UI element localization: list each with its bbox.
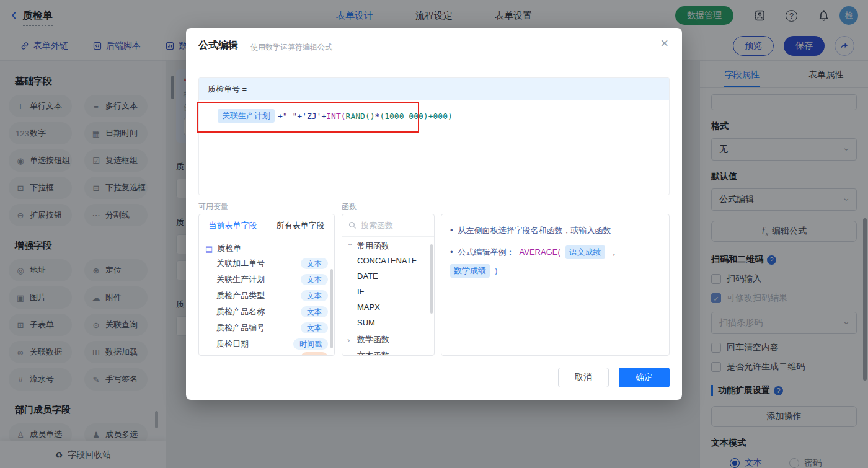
function-item[interactable]: CONCATENATE [342,253,434,268]
functions-panel: › 常用函数 CONCATENATE DATE IF MAPX SUM › 数学… [342,214,435,356]
formula-editor-modal: 公式编辑 使用数学运算符编辑公式 × 质检单号 = 关联生产计划 +"-"+'Z… [186,28,682,400]
search-icon [348,221,356,229]
tab-all-form-fields[interactable]: 所有表单字段 [267,220,334,231]
function-list: CONCATENATE DATE IF MAPX SUM [342,253,434,330]
variable-row[interactable]: 质检产品类型 文本 [199,288,334,304]
confirm-button[interactable]: 确定 [619,368,670,387]
formula-token: +"-"+'ZJ'+ [278,112,326,121]
function-group-text[interactable]: › 文本函数 [342,347,434,356]
chevron-down-icon: › [346,243,355,249]
tab-current-form-fields[interactable]: 当前表单字段 [199,220,267,231]
function-item[interactable]: IF [342,284,434,299]
variable-list: 关联加工单号 文本 关联生产计划 文本 质检产品类型 文本 质检产品名称 文本 [199,255,334,352]
variable-type-badge: 时间戳 [293,338,328,350]
modal-subtitle: 使用数学运算符编辑公式 [250,42,332,53]
function-item[interactable]: SUM [342,315,434,330]
variable-type-badge: 文本 [301,322,328,333]
variable-name: 关联加工单号 [216,258,265,269]
variable-row[interactable]: 质检日期 时间戳 [199,336,334,352]
example-field-chip: 语文成绩 [565,245,605,259]
variable-name: 质检产品名称 [216,306,265,317]
formula-token: INT( [326,112,345,121]
example-function: AVERAGE( [520,246,560,258]
close-icon[interactable]: × [660,37,668,50]
chevron-right-icon: › [347,351,353,356]
help-panel: • 从左侧面板选择字段名和函数，或输入函数 • 公式编辑举例： AVERAGE(… [441,214,670,356]
clipped-badge [301,352,328,356]
document-icon: ▤ [205,244,213,254]
modal-title: 公式编辑 [198,39,238,52]
variables-panel: 当前表单字段 所有表单字段 ▤ 质检单 关联加工单号 文本 关联生产计划 文本 … [198,214,335,356]
functions-label: 函数 [342,201,356,212]
formula-token: (1000-000)+000) [379,112,452,121]
function-item[interactable]: MAPX [342,299,434,315]
search-input[interactable] [361,221,423,230]
formula-editor-box: 质检单号 = 关联生产计划 +"-"+'ZJ'+INT(RAND()*(1000… [198,77,670,195]
variable-type-badge: 文本 [301,306,328,317]
field-chip[interactable]: 关联生产计划 [218,109,275,123]
variable-type-badge: 文本 [301,258,328,269]
variable-name: 关联生产计划 [216,274,265,285]
chevron-right-icon: › [347,335,353,345]
variable-row[interactable]: 质检产品名称 文本 [199,304,334,320]
variable-name: 质检产品类型 [216,290,265,301]
variable-type-badge: 文本 [301,290,328,301]
formula-expression[interactable]: 关联生产计划 +"-"+'ZJ'+INT(RAND()*(1000-000)+0… [218,109,453,123]
function-search [342,214,434,237]
example-field-chip: 数学成绩 [450,264,490,278]
formula-token: RAND() [346,112,375,121]
variable-type-badge: 文本 [301,274,328,285]
function-group-math[interactable]: › 数学函数 [342,330,434,347]
variable-name: 质检产品编号 [216,322,265,333]
variables-scrollbar[interactable] [330,269,333,348]
help-line-2: • 公式编辑举例： AVERAGE( 语文成绩 ， 数学成绩 ) [450,245,660,278]
variable-name: 质检日期 [216,338,249,350]
variable-row[interactable]: 关联加工单号 文本 [199,255,334,272]
functions-scrollbar[interactable] [430,244,433,314]
formula-target: 质检单号 = [199,78,669,100]
variable-row[interactable]: 质检产品编号 文本 [199,320,334,336]
formula-tokens: +"-"+'ZJ'+INT(RAND()*(1000-000)+000) [278,112,453,121]
cancel-button[interactable]: 取消 [558,368,609,387]
variable-row[interactable]: 关联生产计划 文本 [199,272,334,288]
form-tree-root[interactable]: ▤ 质检单 [199,237,334,255]
variables-tabs: 当前表单字段 所有表单字段 [199,214,334,237]
function-item[interactable]: DATE [342,268,434,284]
variables-label: 可用变量 [198,201,228,212]
function-group-common[interactable]: › 常用函数 [342,237,434,253]
help-line-1: • 从左侧面板选择字段名和函数，或输入函数 [450,224,660,237]
